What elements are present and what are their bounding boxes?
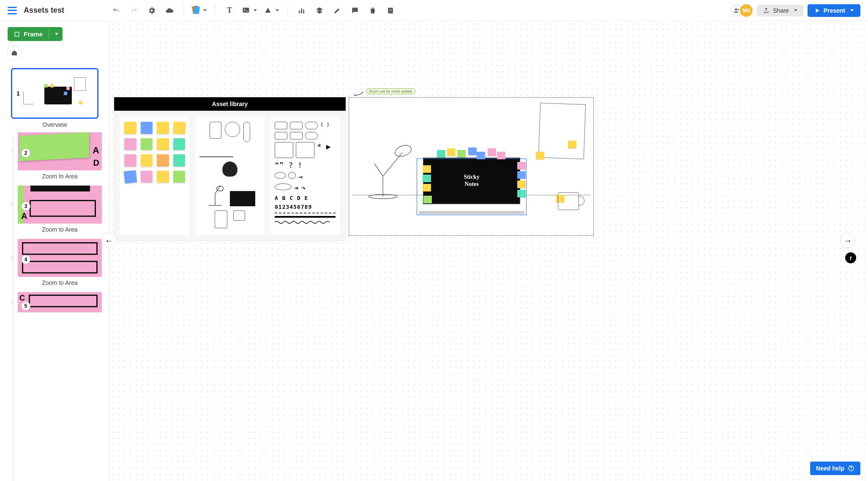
canvas-sticky[interactable] bbox=[447, 148, 456, 156]
canvas-sticky[interactable] bbox=[517, 180, 526, 188]
asset-col-stickies[interactable] bbox=[120, 117, 189, 235]
canvas-sticky[interactable] bbox=[423, 196, 432, 203]
chart-icon[interactable] bbox=[296, 5, 307, 16]
selection-box[interactable] bbox=[417, 159, 527, 215]
bottle-asset[interactable] bbox=[243, 122, 250, 142]
thumbnail-item[interactable]: 4 bbox=[18, 239, 102, 277]
paren-asset[interactable]: ( ) bbox=[320, 122, 330, 129]
sticky-asset[interactable] bbox=[173, 171, 186, 183]
sticky-asset[interactable] bbox=[157, 122, 169, 134]
canvas-sticky[interactable] bbox=[517, 162, 526, 169]
ellipse-asset[interactable] bbox=[288, 172, 296, 179]
wavy-line-asset[interactable] bbox=[275, 220, 336, 224]
solid-line-asset[interactable] bbox=[275, 216, 336, 218]
laptop-asset[interactable] bbox=[230, 191, 255, 206]
alphabet-asset[interactable]: A B C D E bbox=[275, 195, 336, 201]
highlighter-icon[interactable] bbox=[332, 5, 343, 16]
canvas-sticky[interactable] bbox=[497, 152, 505, 159]
numbers-asset[interactable]: 0123456789 bbox=[275, 204, 336, 210]
menu-icon[interactable] bbox=[8, 7, 17, 14]
collaborators[interactable]: MK bbox=[731, 4, 753, 17]
frame-dropdown[interactable] bbox=[49, 30, 63, 38]
card-tool[interactable] bbox=[192, 6, 207, 15]
sticky-asset[interactable] bbox=[173, 138, 186, 150]
sticky-asset[interactable] bbox=[124, 170, 137, 183]
note-icon[interactable] bbox=[385, 5, 396, 16]
asset-col-objects[interactable] bbox=[195, 117, 265, 235]
home-button[interactable] bbox=[8, 46, 21, 60]
canvas[interactable]: Asset library bbox=[110, 21, 868, 481]
sticky-asset[interactable] bbox=[157, 154, 169, 167]
plant-asset[interactable] bbox=[225, 122, 240, 137]
frame-button[interactable]: Frame bbox=[8, 27, 63, 41]
sticky-on-board[interactable] bbox=[536, 152, 544, 159]
ellipse-asset[interactable] bbox=[275, 172, 286, 179]
trash-icon[interactable] bbox=[367, 5, 378, 16]
thumbnail-item[interactable]: A D 2 bbox=[18, 132, 102, 170]
thumbnail-overview[interactable]: 1 bbox=[11, 68, 98, 119]
sticky-on-board[interactable] bbox=[568, 141, 576, 148]
canvas-sticky[interactable] bbox=[423, 175, 431, 182]
canvas-sticky[interactable] bbox=[517, 171, 526, 179]
canvas-sticky[interactable] bbox=[468, 148, 477, 155]
layers-icon[interactable] bbox=[314, 5, 325, 16]
pinboard-illustration[interactable] bbox=[538, 103, 586, 159]
box-asset[interactable] bbox=[275, 142, 293, 158]
canvas-sticky[interactable] bbox=[488, 148, 496, 156]
canvas-sticky[interactable] bbox=[457, 150, 466, 158]
present-button[interactable]: Present bbox=[808, 4, 860, 17]
speech-bubble-asset[interactable] bbox=[305, 122, 318, 129]
canvas-sticky[interactable] bbox=[477, 152, 485, 159]
comment-icon[interactable] bbox=[349, 5, 360, 16]
thumbnail-item[interactable]: C 5 bbox=[18, 292, 102, 312]
text-tool-icon[interactable]: T bbox=[224, 5, 235, 16]
tips-badge[interactable]: t bbox=[845, 252, 856, 263]
sticky-asset[interactable] bbox=[124, 122, 136, 134]
prev-frame-button[interactable]: ← bbox=[101, 233, 117, 248]
quotes-asset[interactable]: ❝❞ ? ! bbox=[275, 161, 302, 169]
pencil-cup-asset[interactable] bbox=[210, 122, 221, 139]
image-tool[interactable] bbox=[242, 6, 257, 15]
box-asset[interactable] bbox=[296, 142, 314, 158]
sticky-asset[interactable] bbox=[141, 138, 153, 150]
thumbnails-list[interactable]: 1 Overview A D 2 bbox=[0, 64, 109, 481]
document-title[interactable]: Assets test bbox=[24, 6, 64, 15]
canvas-sticky[interactable] bbox=[423, 184, 431, 191]
mug-asset[interactable] bbox=[233, 210, 245, 221]
lamp-asset[interactable] bbox=[205, 181, 226, 206]
sticky-asset[interactable] bbox=[157, 138, 169, 150]
sticky-asset[interactable] bbox=[124, 154, 136, 167]
box-asset[interactable] bbox=[275, 132, 287, 139]
redo-icon[interactable] bbox=[128, 5, 139, 16]
arrow-asset[interactable]: → bbox=[298, 172, 303, 181]
lamp-illustration[interactable] bbox=[362, 140, 417, 199]
box-asset[interactable] bbox=[275, 122, 287, 129]
mug-illustration[interactable] bbox=[558, 192, 579, 210]
box-asset[interactable] bbox=[290, 132, 303, 139]
thumbnail-item[interactable]: A 3 bbox=[18, 186, 102, 224]
speech-bubble-asset[interactable] bbox=[305, 132, 318, 139]
shape-tool[interactable] bbox=[264, 6, 279, 15]
canvas-sticky[interactable] bbox=[517, 190, 526, 197]
asset-col-shapes[interactable]: ( ) * ▶ ❝❞ ? ! bbox=[270, 117, 340, 235]
cloud-sync-icon[interactable] bbox=[164, 5, 175, 16]
undo-icon[interactable] bbox=[111, 5, 122, 16]
canvas-sticky[interactable] bbox=[437, 150, 445, 158]
ellipse-asset[interactable] bbox=[275, 183, 292, 190]
sticky-asset[interactable] bbox=[141, 154, 153, 167]
dashed-line-asset[interactable] bbox=[275, 213, 336, 213]
arrow-bold-asset[interactable]: ➔ bbox=[294, 183, 299, 192]
symbols-asset[interactable]: * ▶ bbox=[317, 142, 331, 158]
sticky-asset[interactable] bbox=[141, 122, 153, 134]
sticky-asset[interactable] bbox=[157, 171, 169, 183]
pot-asset[interactable] bbox=[222, 161, 237, 177]
sticky-asset[interactable] bbox=[141, 171, 153, 183]
help-button[interactable]: Need help bbox=[810, 462, 860, 475]
share-button[interactable]: Share bbox=[757, 5, 803, 16]
box-asset[interactable] bbox=[290, 122, 303, 129]
arrow-curved-asset[interactable]: ↷ bbox=[301, 183, 306, 192]
main-frame[interactable]: Zoom out for more assets StickyNotes bbox=[349, 97, 594, 236]
asset-library-panel[interactable]: Asset library bbox=[114, 97, 346, 241]
sticky-asset[interactable] bbox=[173, 154, 186, 167]
canvas-sticky[interactable] bbox=[423, 165, 431, 173]
